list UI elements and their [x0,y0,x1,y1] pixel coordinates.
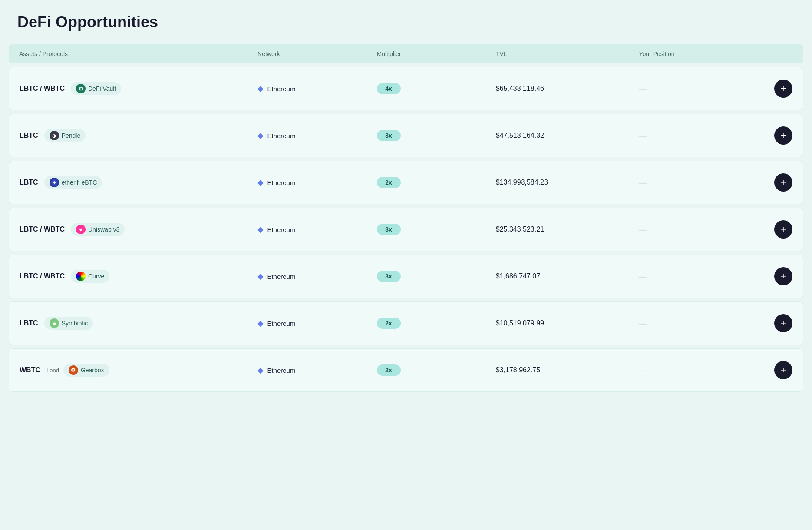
protocol-name: ether.fi eBTC [62,179,97,186]
position-cell: — [639,178,758,187]
header-network: Network [257,50,377,57]
add-button[interactable]: + [774,361,792,379]
network-cell: ◆ Ethereum [257,318,376,328]
protocol-name: Gearbox [81,367,104,374]
protocol-badge: ✦ ether.fi eBTC [44,176,102,189]
add-button[interactable]: + [774,173,792,192]
position-cell: — [639,319,758,328]
multiplier-cell: 2x [377,177,496,188]
network-name: Ethereum [267,273,295,280]
table-row: LBTC / WBTC ⊞ DeFi Vault ◆ Ethereum 4x $… [9,67,803,110]
ethereum-icon: ◆ [257,272,264,281]
protocol-icon-defi-vault: ⊞ [76,84,86,93]
table-row: WBTC Lend ⚙ Gearbox ◆ Ethereum 2x $3,178… [9,348,803,392]
multiplier-cell: 3x [377,130,496,141]
tvl-cell: $3,178,962.75 [496,366,639,374]
protocol-badge: ≡ Symbiotic [44,317,93,330]
protocol-name: Curve [88,273,104,280]
asset-cell: LBTC / WBTC ⊞ DeFi Vault [20,82,257,95]
asset-name: LBTC [20,319,38,327]
multiplier-cell: 2x [377,318,496,329]
network-name: Ethereum [267,132,295,139]
defi-table: Assets / Protocols Network Multiplier TV… [9,44,803,392]
protocol-name: DeFi Vault [88,85,116,92]
protocol-name: Symbiotic [62,320,88,327]
ethereum-icon: ◆ [257,365,264,375]
asset-name: WBTC [20,366,40,374]
asset-name: LBTC [20,132,38,139]
tvl-cell: $10,519,079.99 [496,319,639,327]
multiplier-badge: 2x [377,177,401,188]
table-row: LBTC ✦ ether.fi eBTC ◆ Ethereum 2x $134,… [9,161,803,204]
tvl-cell: $65,433,118.46 [496,85,639,93]
lend-label: Lend [46,367,59,374]
position-cell: — [639,84,758,93]
protocol-badge: Curve [71,270,109,283]
protocol-icon-curve [76,272,86,281]
multiplier-cell: 3x [377,224,496,235]
asset-name: LBTC [20,179,38,186]
asset-cell: WBTC Lend ⚙ Gearbox [20,364,257,377]
multiplier-badge: 2x [377,318,401,329]
asset-name: LBTC / WBTC [20,85,65,93]
add-button[interactable]: + [774,80,792,98]
table-row: LBTC / WBTC Curve ◆ Ethereum 3x $1,686,7… [9,255,803,298]
asset-name: LBTC / WBTC [20,225,65,233]
multiplier-cell: 3x [377,271,496,282]
table-row: LBTC ◑ Pendle ◆ Ethereum 3x $47,513,164.… [9,114,803,157]
header-assets: Assets / Protocols [19,50,257,57]
multiplier-badge: 3x [377,130,401,141]
asset-cell: LBTC / WBTC ♥ Uniswap v3 [20,223,257,236]
table-header: Assets / Protocols Network Multiplier TV… [9,44,803,63]
ethereum-icon: ◆ [257,318,264,328]
ethereum-icon: ◆ [257,84,264,93]
protocol-badge: ◑ Pendle [44,129,86,142]
position-cell: — [639,366,758,375]
network-cell: ◆ Ethereum [257,272,376,281]
protocol-icon-symbiotic: ≡ [50,318,59,328]
multiplier-cell: 4x [377,83,496,94]
network-cell: ◆ Ethereum [257,178,376,187]
network-name: Ethereum [267,320,295,327]
position-cell: — [639,131,758,140]
tvl-cell: $134,998,584.23 [496,179,639,186]
position-cell: — [639,272,758,281]
table-row: LBTC ≡ Symbiotic ◆ Ethereum 2x $10,519,0… [9,301,803,345]
protocol-name: Pendle [62,132,81,139]
protocol-icon-uniswap: ♥ [76,225,86,234]
asset-cell: LBTC ◑ Pendle [20,129,257,142]
tvl-cell: $1,686,747.07 [496,272,639,280]
multiplier-badge: 2x [377,364,401,376]
asset-cell: LBTC ✦ ether.fi eBTC [20,176,257,189]
add-button[interactable]: + [774,314,792,332]
asset-name: LBTC / WBTC [20,272,65,280]
network-name: Ethereum [267,179,295,186]
protocol-badge: ♥ Uniswap v3 [71,223,125,236]
protocol-icon-etherfi: ✦ [50,178,59,187]
tvl-cell: $25,343,523.21 [496,225,639,233]
multiplier-badge: 3x [377,224,401,235]
asset-cell: LBTC ≡ Symbiotic [20,317,257,330]
table-row: LBTC / WBTC ♥ Uniswap v3 ◆ Ethereum 3x $… [9,208,803,251]
position-cell: — [639,225,758,234]
add-button[interactable]: + [774,267,792,285]
protocol-badge: ⚙ Gearbox [63,364,109,377]
multiplier-badge: 4x [377,83,401,94]
network-name: Ethereum [267,226,295,233]
add-button[interactable]: + [774,220,792,238]
protocol-icon-pendle: ◑ [50,131,59,140]
ethereum-icon: ◆ [257,178,264,187]
network-cell: ◆ Ethereum [257,131,376,140]
ethereum-icon: ◆ [257,131,264,140]
header-position: Your Position [639,50,758,57]
add-button[interactable]: + [774,126,792,145]
header-action [758,50,793,57]
multiplier-cell: 2x [377,364,496,376]
multiplier-badge: 3x [377,271,401,282]
network-cell: ◆ Ethereum [257,84,376,93]
asset-cell: LBTC / WBTC Curve [20,270,257,283]
ethereum-icon: ◆ [257,225,264,234]
protocol-badge: ⊞ DeFi Vault [71,82,121,95]
protocol-icon-gearbox: ⚙ [69,365,78,375]
tvl-cell: $47,513,164.32 [496,132,639,139]
